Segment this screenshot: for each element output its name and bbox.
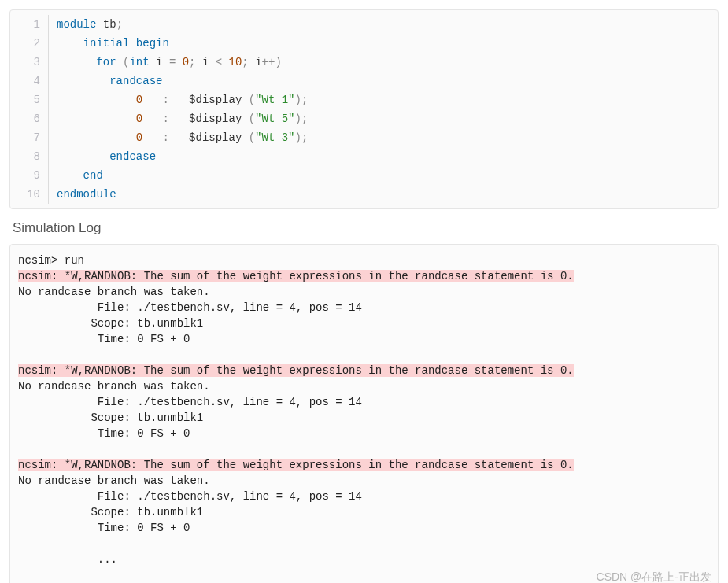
code-row: 1module tb; bbox=[10, 15, 718, 34]
log-line: ... bbox=[18, 552, 710, 567]
line-number: 5 bbox=[10, 90, 49, 109]
code-line: end bbox=[49, 166, 103, 185]
code-line: 0 : $display ("Wt 3"); bbox=[49, 128, 308, 147]
log-line: No randcase branch was taken. bbox=[18, 284, 710, 300]
log-title: Simulation Log bbox=[13, 220, 719, 236]
code-row: 3 for (int i = 0; i < 10; i++) bbox=[10, 53, 718, 72]
code-row: 9 end bbox=[10, 166, 718, 185]
log-line: No randcase branch was taken. bbox=[18, 378, 710, 394]
log-warning-line: ncsim: *W,RANDNOB: The sum of the weight… bbox=[18, 268, 710, 284]
log-line bbox=[18, 347, 710, 363]
code-row: 10endmodule bbox=[10, 185, 718, 204]
log-line: ncsim> run bbox=[18, 253, 710, 268]
line-number: 4 bbox=[10, 72, 49, 90]
code-row: 5 0 : $display ("Wt 1"); bbox=[10, 90, 718, 109]
code-line: 0 : $display ("Wt 1"); bbox=[49, 90, 308, 109]
line-number: 9 bbox=[10, 166, 49, 185]
log-line bbox=[18, 536, 710, 552]
log-line: Time: 0 FS + 0 bbox=[18, 331, 710, 347]
code-row: 2 initial begin bbox=[10, 34, 718, 53]
log-line: Time: 0 FS + 0 bbox=[18, 520, 710, 536]
code-block: 1module tb;2 initial begin3 for (int i =… bbox=[9, 9, 719, 209]
log-warning-line: ncsim: *W,RANDNOB: The sum of the weight… bbox=[18, 363, 710, 378]
code-row: 4 randcase bbox=[10, 72, 718, 90]
line-number: 8 bbox=[10, 147, 49, 166]
line-number: 10 bbox=[10, 185, 49, 204]
code-line: 0 : $display ("Wt 5"); bbox=[49, 109, 308, 128]
code-line: endcase bbox=[49, 147, 156, 166]
log-line bbox=[18, 441, 710, 457]
watermark: CSDN @在路上-正出发 bbox=[597, 569, 711, 583]
log-line: File: ./testbench.sv, line = 4, pos = 14 bbox=[18, 489, 710, 504]
log-line: File: ./testbench.sv, line = 4, pos = 14 bbox=[18, 394, 710, 410]
line-number: 6 bbox=[10, 109, 49, 128]
log-line: File: ./testbench.sv, line = 4, pos = 14 bbox=[18, 300, 710, 315]
log-line: Scope: tb.unmblk1 bbox=[18, 315, 710, 331]
code-line: randcase bbox=[49, 72, 162, 90]
line-number: 3 bbox=[10, 53, 49, 72]
log-line: Time: 0 FS + 0 bbox=[18, 426, 710, 441]
code-line: endmodule bbox=[49, 185, 116, 204]
code-row: 8 endcase bbox=[10, 147, 718, 166]
line-number: 1 bbox=[10, 15, 49, 34]
code-line: for (int i = 0; i < 10; i++) bbox=[49, 53, 282, 72]
line-number: 7 bbox=[10, 128, 49, 147]
log-line: No randcase branch was taken. bbox=[18, 473, 710, 489]
log-line: Scope: tb.unmblk1 bbox=[18, 504, 710, 520]
log-line: Scope: tb.unmblk1 bbox=[18, 410, 710, 426]
code-line: initial begin bbox=[49, 34, 169, 53]
simulation-log: ncsim> runncsim: *W,RANDNOB: The sum of … bbox=[9, 244, 719, 583]
code-line: module tb; bbox=[49, 15, 123, 34]
log-warning-line: ncsim: *W,RANDNOB: The sum of the weight… bbox=[18, 457, 710, 473]
code-row: 6 0 : $display ("Wt 5"); bbox=[10, 109, 718, 128]
line-number: 2 bbox=[10, 34, 49, 53]
code-row: 7 0 : $display ("Wt 3"); bbox=[10, 128, 718, 147]
